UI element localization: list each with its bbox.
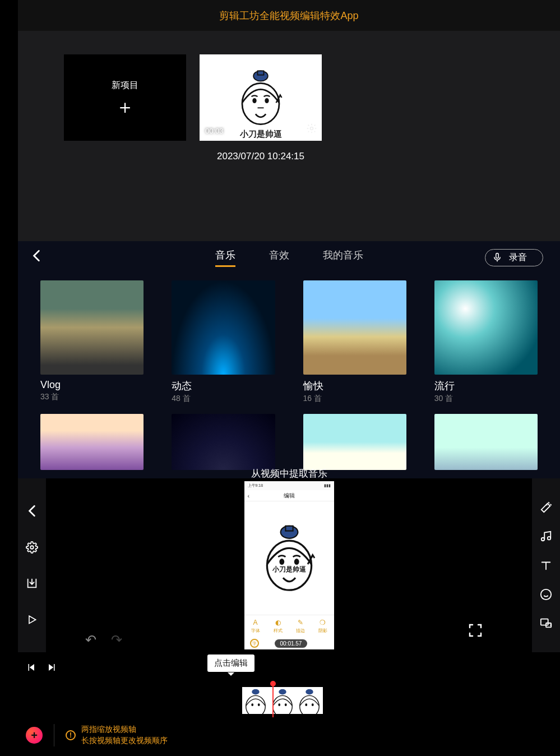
- projects-area: 新项目 ＋ 00:03: [18, 31, 560, 241]
- svg-point-25: [278, 703, 280, 706]
- export-icon[interactable]: [25, 577, 39, 590]
- divider: [54, 724, 54, 746]
- music-cat-thumb: [434, 414, 538, 470]
- svg-point-17: [279, 559, 284, 565]
- app-header: 剪辑工坊全能视频编辑特效App: [18, 0, 560, 31]
- svg-rect-2: [258, 71, 264, 75]
- pip-icon[interactable]: [539, 616, 553, 630]
- svg-point-24: [279, 689, 286, 695]
- add-clip-button[interactable]: +: [26, 727, 43, 744]
- svg-point-3: [252, 98, 256, 103]
- phone-content: 小刀是帅逼: [244, 501, 334, 615]
- svg-point-29: [305, 703, 307, 706]
- tab-music[interactable]: 音乐: [215, 248, 235, 267]
- music-cat-happy[interactable]: 愉快 16 首: [303, 280, 406, 404]
- music-cat-row2-2[interactable]: [303, 414, 406, 470]
- music-cat-dynamic[interactable]: 动态 48 首: [172, 280, 275, 404]
- phone-timestamp: 00:01.57: [275, 639, 308, 648]
- fullscreen-icon[interactable]: [467, 622, 484, 639]
- app-title: 剪辑工坊全能视频编辑特效App: [219, 9, 358, 22]
- phone-subtitle-icon: 字: [250, 639, 259, 648]
- record-button[interactable]: 录音: [485, 249, 543, 266]
- preview-phone-frame: 上午9:18▮▮▮ ‹ 编辑 小刀是帅逼: [244, 481, 334, 649]
- tab-sfx[interactable]: 音效: [269, 248, 289, 267]
- svg-point-18: [294, 559, 299, 565]
- music-cat-thumb: [303, 414, 406, 470]
- music-cat-thumb: [40, 280, 144, 375]
- plus-icon: ＋: [115, 97, 135, 116]
- svg-point-7: [30, 546, 34, 549]
- project-card-0[interactable]: 00:03 小刀是帅逼 2023/07/20 10:24:15: [200, 54, 322, 241]
- phone-meme-face: [258, 521, 320, 595]
- timeline-area: 点击编辑 + ! 两指缩放视频轴 长按视频轴更改视频顺序: [18, 659, 560, 756]
- undo-icon[interactable]: ↶: [85, 632, 96, 648]
- svg-point-26: [285, 703, 287, 706]
- music-cat-title: 愉快: [303, 379, 406, 393]
- music-section: 音乐 音效 我的音乐 录音 Vlog 33 首 动态 48 首 愉快 16 首 …: [18, 241, 560, 478]
- svg-rect-16: [285, 526, 293, 531]
- svg-point-4: [265, 98, 269, 103]
- phone-title: 编辑: [284, 492, 295, 500]
- tab-mymusic[interactable]: 我的音乐: [323, 248, 363, 267]
- music-cat-count: 30 首: [434, 394, 538, 404]
- music-cat-pop[interactable]: 流行 30 首: [434, 280, 538, 404]
- project-date: 2023/07/20 10:24:15: [200, 151, 322, 162]
- timeline-clips[interactable]: [242, 687, 323, 714]
- editor-preview-area: 上午9:18▮▮▮ ‹ 编辑 小刀是帅逼: [46, 478, 532, 652]
- text-icon[interactable]: [539, 559, 553, 572]
- info-icon: !: [66, 730, 76, 740]
- phone-bottom-row: 字 00:01.57: [244, 637, 334, 649]
- svg-point-21: [251, 703, 253, 706]
- music-cat-count: 33 首: [40, 392, 144, 402]
- music-note-icon[interactable]: [539, 529, 553, 543]
- microphone-icon: [492, 252, 502, 262]
- editor-back-icon[interactable]: [25, 504, 39, 518]
- redo-icon[interactable]: ↷: [111, 632, 122, 648]
- svg-marker-8: [29, 616, 36, 623]
- phone-edit-icons: A字体 ◐样式 ✎描边 ❍阴影: [244, 615, 334, 637]
- music-cat-count: 48 首: [172, 394, 275, 404]
- music-cat-thumb: [303, 280, 406, 375]
- project-thumb-caption: 小刀是帅逼: [200, 128, 322, 141]
- music-cat-thumb: [172, 280, 275, 375]
- music-cat-vlog[interactable]: Vlog 33 首: [40, 280, 144, 404]
- record-label: 录音: [509, 252, 527, 264]
- clip-frame: [296, 687, 323, 714]
- music-cat-thumb: [434, 280, 538, 375]
- svg-point-9: [542, 538, 545, 541]
- svg-point-11: [541, 589, 551, 599]
- music-category-grid: Vlog 33 首 动态 48 首 愉快 16 首 流行 30 首: [18, 270, 560, 470]
- music-tabs: 音乐 音效 我的音乐: [18, 248, 560, 267]
- phone-title-bar: ‹ 编辑: [244, 490, 334, 501]
- skip-end-icon[interactable]: [47, 662, 57, 675]
- music-cat-row2-1[interactable]: [172, 414, 275, 470]
- music-cat-row2-0[interactable]: [40, 414, 144, 470]
- skip-start-icon[interactable]: [26, 662, 36, 675]
- svg-point-22: [258, 703, 260, 706]
- left-empty-strip: [0, 0, 18, 756]
- play-icon[interactable]: [25, 613, 39, 626]
- settings-icon[interactable]: [25, 541, 39, 554]
- emoji-icon[interactable]: [539, 588, 553, 601]
- editor-section: 上午9:18▮▮▮ ‹ 编辑 小刀是帅逼: [18, 478, 560, 756]
- phone-status-bar: 上午9:18▮▮▮: [244, 481, 334, 490]
- editor-right-toolbar: [532, 478, 560, 652]
- music-cat-count: 16 首: [303, 394, 406, 404]
- music-cat-title: 动态: [172, 379, 275, 393]
- edit-tooltip: 点击编辑: [207, 654, 254, 672]
- svg-point-30: [312, 703, 314, 706]
- music-cat-thumb: [40, 414, 144, 470]
- music-cat-row2-3[interactable]: [434, 414, 538, 470]
- editor-left-toolbar: [18, 478, 46, 652]
- svg-point-20: [252, 689, 259, 695]
- phone-caption-text: 小刀是帅逼: [272, 565, 306, 574]
- svg-point-10: [548, 537, 551, 540]
- magic-wand-icon[interactable]: [539, 501, 553, 514]
- timeline-hint: 两指缩放视频轴 长按视频轴更改视频顺序: [81, 724, 168, 746]
- new-project-card[interactable]: 新项目 ＋: [64, 54, 186, 241]
- svg-rect-12: [541, 619, 548, 625]
- music-cat-thumb: [172, 414, 275, 470]
- svg-rect-6: [496, 253, 499, 259]
- music-cat-title: 流行: [434, 379, 538, 393]
- playhead-indicator[interactable]: [272, 684, 274, 717]
